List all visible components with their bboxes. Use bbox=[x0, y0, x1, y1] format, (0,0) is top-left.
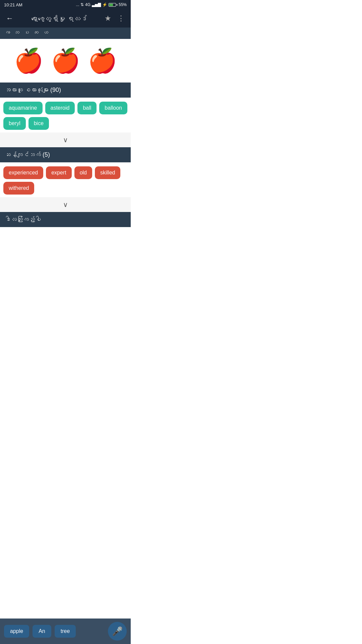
bolt-icon: ⚡ bbox=[102, 2, 107, 7]
keyboard-content: ꩠ ꩡ ꩢ ꩣ ꩤ bbox=[5, 30, 50, 35]
tag-old[interactable]: old bbox=[74, 166, 92, 179]
related-tags-container: aquamarine asteroid ball balloon beryl b… bbox=[0, 98, 131, 132]
back-button[interactable]: ← bbox=[5, 13, 15, 24]
keyboard-bar: ꩠ ꩡ ꩢ ꩣ ꩤ bbox=[0, 28, 131, 39]
tag-aquamarine[interactable]: aquamarine bbox=[3, 102, 43, 114]
synonym-section-header: ဆန့်ကျင်ဘက် (5) bbox=[0, 147, 131, 162]
synonym-tags-container: experienced expert old skilled withered bbox=[0, 162, 131, 197]
tag-beryl[interactable]: beryl bbox=[3, 117, 26, 130]
apple-icon-3: 🍎 bbox=[88, 49, 117, 72]
expand-related-button[interactable]: ∨ bbox=[0, 132, 131, 147]
page-title: ရှာဖွေတွေ့ရှိမှု ရလဒ် bbox=[18, 15, 100, 22]
signal-4g: 4G bbox=[85, 2, 90, 7]
tag-bice[interactable]: bice bbox=[28, 117, 49, 130]
tag-withered[interactable]: withered bbox=[3, 182, 34, 195]
tag-balloon[interactable]: balloon bbox=[99, 102, 127, 114]
status-bar: 10:21 AM ... ⇅ 4G ▃▅▇ ⚡ 55% bbox=[0, 0, 131, 9]
related-section-header: အလားတူ စကားလုံးများ (90) bbox=[0, 83, 131, 98]
status-time: 10:21 AM bbox=[4, 2, 22, 7]
battery bbox=[109, 3, 117, 7]
tag-skilled[interactable]: skilled bbox=[95, 166, 120, 179]
battery-percent: 55% bbox=[119, 2, 127, 7]
tag-asteroid[interactable]: asteroid bbox=[45, 102, 75, 114]
apple-section: 🍎 🍎 🍎 bbox=[0, 39, 131, 83]
tag-experienced[interactable]: experienced bbox=[3, 166, 43, 179]
signal-dots: ... ⇅ bbox=[76, 2, 84, 7]
menu-icon[interactable]: ⋮ bbox=[116, 13, 126, 24]
star-icon[interactable]: ★ bbox=[103, 13, 113, 24]
apple-icon-2: 🍎 bbox=[51, 49, 80, 72]
apple-icon-1: 🍎 bbox=[14, 49, 43, 72]
tag-expert[interactable]: expert bbox=[46, 166, 71, 179]
top-nav: ← ရှာဖွေတွေ့ရှိမှု ရလဒ် ★ ⋮ bbox=[0, 9, 131, 28]
expand-synonym-button[interactable]: ∨ bbox=[0, 197, 131, 212]
examples-section-header: ဒါလည်းကြည့်ပါ bbox=[0, 212, 131, 227]
signal-bars: ▃▅▇ bbox=[92, 2, 101, 7]
status-right: ... ⇅ 4G ▃▅▇ ⚡ 55% bbox=[76, 2, 127, 7]
tag-ball[interactable]: ball bbox=[77, 102, 97, 114]
